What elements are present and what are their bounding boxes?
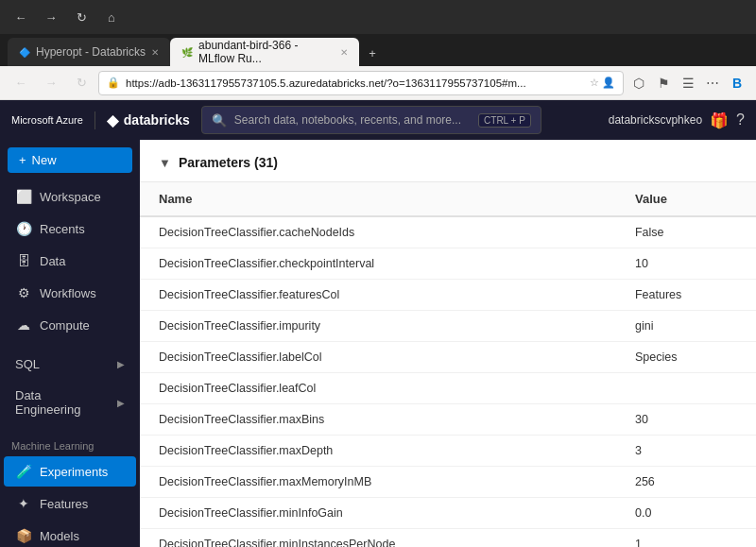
table-row: DecisionTreeClassifier.minInstancesPerNo… [140, 529, 756, 548]
param-value: 10 [616, 248, 756, 280]
sidebar-item-workflows[interactable]: ⚙ Workflows [4, 278, 136, 308]
tab-close-hyperopt[interactable]: ✕ [151, 47, 159, 58]
help-icon[interactable]: ? [736, 111, 745, 128]
param-name: DecisionTreeClassifier.cacheNodeIds [140, 216, 616, 248]
table-row: DecisionTreeClassifier.featuresColFeatur… [140, 280, 756, 311]
data-engineering-label: Data Engineering [15, 388, 110, 417]
gift-icon[interactable]: 🎁 [710, 111, 729, 129]
workspace-name: databrickscvphkeo [609, 113, 702, 127]
search-placeholder-text: Search data, notebooks, recents, and mor… [234, 113, 471, 127]
tab-favicon-hyperopt: 🔷 [19, 47, 30, 58]
workflows-label: Workflows [40, 286, 96, 300]
param-value: gini [616, 311, 756, 342]
back-btn2[interactable]: ← [8, 70, 34, 96]
main-content: + New ⬜ Workspace 🕐 Recents 🗄 Data ⚙ Wor… [0, 140, 756, 547]
reload-button[interactable]: ↻ [68, 4, 94, 30]
azure-logo: Microsoft Azure [11, 114, 83, 126]
table-row: DecisionTreeClassifier.checkpointInterva… [140, 248, 756, 280]
data-label: Data [40, 254, 65, 268]
col-header-value: Value [616, 182, 756, 216]
top-bar-right: databrickscvphkeo 🎁 ? [609, 111, 745, 129]
ext-btn1[interactable]: ⬡ [627, 72, 650, 94]
table-row: DecisionTreeClassifier.maxDepth3 [140, 436, 756, 467]
browser-controls: ← → ↻ ⌂ [8, 4, 125, 30]
workflows-icon: ⚙ [15, 285, 32, 300]
ext-more-btn[interactable]: ⋯ [701, 72, 724, 94]
address-bar[interactable]: 🔒 https://adb-1363117955737105.5.azureda… [98, 71, 624, 95]
forward-btn2[interactable]: → [38, 70, 64, 96]
models-label: Models [40, 529, 79, 543]
databricks-label: databricks [124, 112, 190, 128]
content-area: ▼ Parameters (31) Name Value DecisionTre… [140, 140, 756, 547]
section-title: Parameters (31) [179, 155, 278, 170]
home-button[interactable]: ⌂ [98, 4, 125, 30]
workspace-label: Workspace [40, 190, 101, 204]
ext-btn2[interactable]: ⚑ [652, 72, 675, 94]
param-name: DecisionTreeClassifier.minInstancesPerNo… [140, 529, 616, 548]
sidebar-item-experiments[interactable]: 🧪 Experiments [4, 456, 136, 487]
models-icon: 📦 [15, 528, 32, 543]
sidebar-item-recents[interactable]: 🕐 Recents [4, 214, 136, 244]
experiments-label: Experiments [40, 465, 108, 479]
param-value [616, 373, 756, 404]
features-label: Features [40, 497, 88, 511]
sidebar-item-compute[interactable]: ☁ Compute [4, 310, 136, 340]
tabs-bar: 🔷 Hyperopt - Databricks ✕ 🌿 abundant-bir… [0, 34, 756, 66]
tab-favicon-mlflow: 🌿 [181, 47, 193, 58]
param-name: DecisionTreeClassifier.maxDepth [140, 436, 616, 467]
browser-chrome: ← → ↻ ⌂ [0, 0, 756, 34]
sidebar: + New ⬜ Workspace 🕐 Recents 🗄 Data ⚙ Wor… [0, 140, 140, 547]
features-icon: ✦ [15, 496, 32, 511]
top-bar: Microsoft Azure ◆ databricks 🔍 Search da… [0, 100, 756, 140]
param-value: 1 [616, 529, 756, 548]
address-bar-row: ← → ↻ 🔒 https://adb-1363117955737105.5.a… [0, 66, 756, 100]
params-table: Name Value DecisionTreeClassifier.cacheN… [140, 182, 756, 547]
table-row: DecisionTreeClassifier.impuritygini [140, 311, 756, 342]
tab-label-mlflow: abundant-bird-366 - MLflow Ru... [198, 39, 335, 65]
param-name: DecisionTreeClassifier.minInfoGain [140, 498, 616, 529]
tab-close-mlflow[interactable]: ✕ [340, 47, 348, 58]
sidebar-item-features[interactable]: ✦ Features [4, 488, 136, 519]
ext-btn3[interactable]: ☰ [677, 72, 699, 94]
address-icons: ☆ 👤 [590, 77, 615, 89]
table-row: DecisionTreeClassifier.maxBins30 [140, 404, 756, 436]
address-text: https://adb-1363117955737105.5.azuredata… [126, 77, 584, 89]
forward-button[interactable]: → [38, 4, 64, 30]
reload-btn2[interactable]: ↻ [68, 70, 94, 96]
new-button[interactable]: + New [8, 147, 132, 173]
compute-icon: ☁ [15, 317, 32, 333]
tab-mlflow[interactable]: 🌿 abundant-bird-366 - MLflow Ru... ✕ [170, 38, 359, 66]
section-collapse-btn[interactable]: ▼ [159, 156, 171, 170]
recents-icon: 🕐 [15, 221, 32, 236]
param-value: 0.0 [616, 498, 756, 529]
param-name: DecisionTreeClassifier.maxMemoryInMB [140, 467, 616, 498]
ml-section-label: Machine Learning [0, 433, 140, 455]
databricks-icon: ◆ [107, 111, 118, 129]
sidebar-item-data-engineering[interactable]: Data Engineering ▶ [4, 381, 136, 424]
profile-icon[interactable]: 👤 [602, 77, 615, 89]
edge-btn[interactable]: B [726, 72, 748, 94]
sidebar-item-workspace[interactable]: ⬜ Workspace [4, 181, 136, 212]
star-icon[interactable]: ☆ [590, 77, 599, 89]
search-shortcut-badge: CTRL + P [478, 113, 531, 128]
workspace-icon: ⬜ [15, 189, 32, 204]
param-name: DecisionTreeClassifier.maxBins [140, 404, 616, 436]
compute-label: Compute [40, 318, 90, 333]
recents-label: Recents [40, 222, 85, 236]
sidebar-item-models[interactable]: 📦 Models [4, 521, 136, 547]
param-value: False [616, 216, 756, 248]
sql-arrow-icon: ▶ [117, 359, 125, 369]
experiments-icon: 🧪 [15, 464, 32, 479]
sidebar-item-sql[interactable]: SQL ▶ [4, 350, 136, 379]
col-header-name: Name [140, 182, 616, 216]
search-bar[interactable]: 🔍 Search data, notebooks, recents, and m… [201, 106, 541, 134]
new-label: New [32, 153, 57, 167]
back-button[interactable]: ← [8, 4, 34, 30]
plus-icon: + [19, 153, 26, 167]
sidebar-item-data[interactable]: 🗄 Data [4, 246, 136, 276]
param-name: DecisionTreeClassifier.labelCol [140, 342, 616, 373]
tab-label-hyperopt: Hyperopt - Databricks [36, 45, 146, 59]
new-tab-button[interactable]: + [359, 40, 386, 66]
section-header: ▼ Parameters (31) [140, 140, 756, 182]
tab-hyperopt[interactable]: 🔷 Hyperopt - Databricks ✕ [8, 38, 170, 66]
